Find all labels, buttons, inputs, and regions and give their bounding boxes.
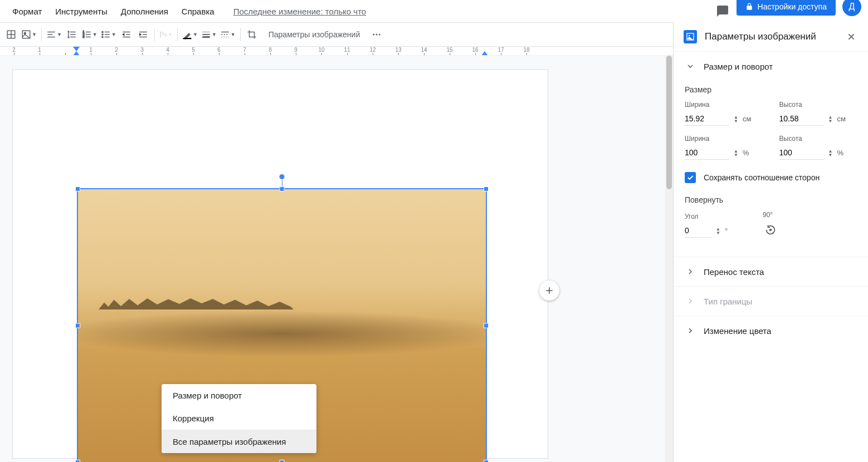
svg-rect-9	[183, 38, 191, 39]
avatar[interactable]: Д	[842, 0, 861, 16]
unit-cm: см	[743, 115, 751, 123]
last-edit-link[interactable]: Последнее изменение: только что	[233, 7, 367, 16]
section-recolor: Изменение цвета	[674, 316, 868, 345]
angle-input[interactable]	[685, 224, 711, 238]
svg-point-2	[24, 32, 26, 34]
resize-handle-sw[interactable]	[75, 460, 80, 462]
increase-indent-icon[interactable]	[135, 27, 151, 42]
document-canvas[interactable]: Размер и поворот Коррекция Все параметры…	[0, 56, 673, 462]
ruler-mark: 12	[360, 47, 386, 55]
ctx-correction[interactable]: Коррекция	[162, 407, 316, 430]
align-icon[interactable]: ▼	[45, 27, 63, 42]
close-icon[interactable]	[845, 30, 858, 43]
ruler-mark: 1	[78, 47, 104, 55]
border-color-icon[interactable]: ▼	[181, 27, 199, 42]
rotation-handle[interactable]	[279, 174, 285, 180]
ruler-mark: 18	[514, 47, 539, 55]
sidebar-title: Параметры изображений	[705, 31, 837, 42]
width-cm-stepper[interactable]: ▲▼	[734, 115, 738, 123]
section-wrap-header[interactable]: Перенос текста	[685, 257, 857, 286]
separator	[177, 28, 178, 41]
svg-point-33	[770, 229, 772, 231]
image-icon	[684, 30, 697, 43]
width-pct-stepper[interactable]: ▲▼	[734, 149, 738, 157]
angle-label: Угол	[685, 213, 746, 220]
image-options-button[interactable]: Параметры изображений	[261, 26, 368, 43]
crop-icon[interactable]	[244, 27, 260, 42]
separator	[41, 28, 42, 41]
svg-point-32	[689, 35, 690, 37]
height-cm-input[interactable]	[779, 112, 824, 126]
separator	[240, 28, 241, 41]
ruler-mark: 2	[104, 47, 129, 55]
resize-handle-se[interactable]	[484, 460, 489, 462]
section-border-header[interactable]: Тип границы	[685, 287, 857, 316]
border-style-icon[interactable]: ▼	[219, 27, 237, 42]
chevron-right-icon	[685, 266, 696, 277]
ruler-mark: 4	[155, 47, 181, 55]
image-silhouette	[99, 298, 294, 309]
image-context-menu: Размер и поворот Коррекция Все параметры…	[162, 384, 316, 453]
plus-icon	[544, 285, 555, 296]
size-heading: Размер	[685, 85, 857, 94]
height-pct-input[interactable]	[779, 146, 824, 160]
resize-handle-nw[interactable]	[75, 186, 80, 191]
add-comment-fab[interactable]	[539, 281, 559, 301]
chevron-right-icon	[685, 296, 696, 307]
menu-tools[interactable]: Инструменты	[50, 3, 113, 19]
section-size-header[interactable]: Размер и поворот	[685, 52, 857, 81]
menu-help[interactable]: Справка	[176, 3, 220, 19]
bulleted-list-icon[interactable]: ▼	[100, 27, 118, 42]
svg-point-12	[379, 34, 381, 36]
ruler-left-indent[interactable]	[73, 51, 80, 56]
lock-icon	[745, 3, 753, 11]
menu-bar: Формат Инструменты Дополнения Справка По…	[0, 0, 868, 22]
resize-handle-ne[interactable]	[484, 186, 489, 191]
section-color-title: Изменение цвета	[704, 326, 771, 336]
section-text-wrap: Перенос текста	[674, 257, 868, 286]
comments-icon[interactable]	[715, 4, 730, 18]
lock-ratio-checkbox[interactable]	[685, 172, 696, 183]
ruler-first-line-indent[interactable]	[73, 47, 80, 51]
width-cm-input[interactable]	[685, 112, 729, 126]
insert-table-icon[interactable]	[3, 27, 19, 42]
numbered-list-icon[interactable]: 123▼	[81, 27, 99, 42]
rotate-90-button[interactable]	[763, 222, 778, 238]
ruler-mark: 6	[206, 47, 232, 55]
ruler-mark: 8	[257, 47, 283, 55]
width-pct-input[interactable]	[685, 146, 729, 160]
border-weight-icon[interactable]: ▼	[200, 27, 218, 42]
ctx-all-params[interactable]: Все параметры изображения	[162, 430, 316, 453]
menu-format[interactable]: Формат	[7, 3, 47, 19]
height-cm-stepper[interactable]: ▲▼	[828, 115, 833, 123]
menu-addons[interactable]: Дополнения	[115, 3, 174, 19]
share-button[interactable]: Настройки доступа	[737, 0, 836, 16]
clear-format-icon[interactable]: Рϙ▼	[158, 27, 174, 42]
ctx-size-rotation[interactable]: Размер и поворот	[162, 384, 316, 407]
image-options-sidebar: Параметры изображений Размер и поворот Р…	[673, 22, 868, 462]
width-pct-label: Ширина	[685, 135, 763, 142]
scrollbar-thumb[interactable]	[666, 56, 672, 189]
height-label: Высота	[779, 101, 857, 109]
ruler-right-indent[interactable]	[481, 51, 488, 56]
insert-image-icon[interactable]: ▼	[20, 27, 38, 42]
section-size-rotation: Размер и поворот Размер Ширина ▲▼ см Выс…	[674, 51, 868, 257]
line-spacing-icon[interactable]	[64, 27, 80, 42]
decrease-indent-icon[interactable]	[119, 27, 134, 42]
angle-stepper[interactable]: ▲▼	[716, 227, 720, 235]
resize-handle-e[interactable]	[484, 323, 489, 328]
rotate-heading: Повернуть	[685, 195, 857, 204]
height-pct-stepper[interactable]: ▲▼	[828, 149, 833, 157]
resize-handle-w[interactable]	[75, 323, 80, 328]
ruler-mark: 15	[437, 47, 462, 55]
section-wrap-title: Перенос текста	[704, 267, 764, 277]
ruler-mark: 9	[283, 47, 309, 55]
ruler-mark: 13	[386, 47, 411, 55]
vertical-scrollbar[interactable]	[665, 56, 673, 462]
resize-handle-n[interactable]	[280, 186, 285, 191]
ruler-mark: 3	[129, 47, 155, 55]
svg-point-7	[102, 34, 103, 35]
more-icon[interactable]	[369, 27, 384, 42]
resize-handle-s[interactable]	[280, 460, 285, 462]
section-color-header[interactable]: Изменение цвета	[685, 316, 857, 345]
